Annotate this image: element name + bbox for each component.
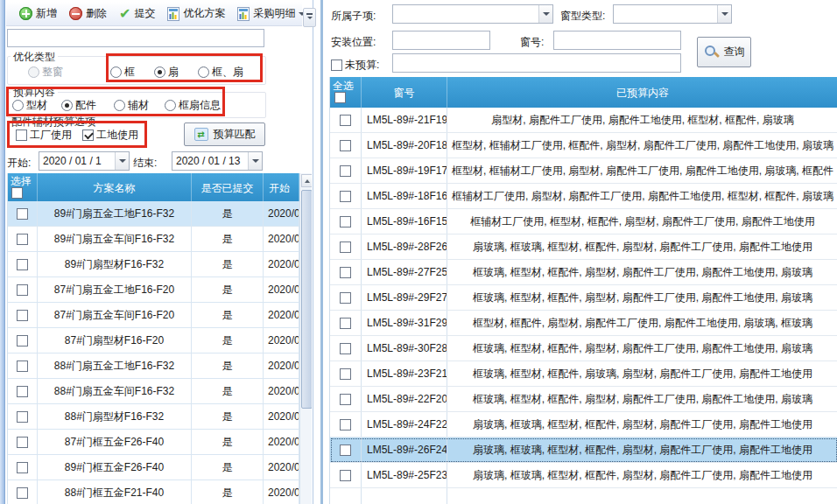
row-select-cell — [330, 285, 362, 310]
row-checkbox[interactable] — [340, 368, 351, 380]
row-checkbox[interactable] — [17, 437, 28, 448]
window-type-combobox[interactable] — [613, 4, 732, 24]
no-budget-checkbox[interactable]: 未预算: — [331, 58, 379, 73]
window-table-row[interactable]: LM5L-89#-31F29 框型材, 框配件, 扇型材, 扇配件工厂使用, 扇… — [330, 311, 837, 336]
row-checkbox[interactable] — [340, 444, 351, 456]
row-checkbox[interactable] — [340, 343, 351, 354]
window-table-row[interactable]: LM5L-89#-30F28 框玻璃, 框型材, 框配件, 扇型材, 扇配件工厂… — [330, 336, 837, 361]
window-table-row[interactable]: LM5L-89#-29F27 框玻璃, 框型材, 框配件, 扇型材, 扇配件工厂… — [330, 285, 837, 311]
optimize-plan-button[interactable]: 优化方案 — [163, 4, 229, 24]
install-position-input[interactable] — [392, 31, 490, 50]
toolbar-overflow-button[interactable] — [303, 8, 316, 27]
window-table-row[interactable]: LM5L-89#-20F18 框型材, 框辅材工厂使用, 框配件, 扇型材, 扇… — [330, 133, 837, 158]
row-checkbox[interactable] — [340, 419, 351, 430]
plan-table-row[interactable]: 89#门扇型材F16-F32 是 2020/0 — [8, 252, 299, 277]
budget-match-button[interactable]: ⇄ 预算匹配 — [184, 122, 265, 146]
window-header-budgeted-content[interactable]: 已预算内容 — [447, 77, 837, 108]
row-checkbox[interactable] — [17, 259, 28, 270]
query-button[interactable]: 查询 — [697, 37, 751, 67]
scrollbar-thumb[interactable] — [301, 190, 312, 409]
purchase-detail-button[interactable]: 采购明细 — [233, 4, 310, 24]
row-checkbox[interactable] — [17, 411, 28, 423]
plan-table-header: 选择 方案名称 是否已提交 开始 — [8, 173, 299, 201]
plan-filter-input[interactable] — [7, 29, 264, 47]
end-date-value: 2020 / 01 / 13 — [172, 155, 248, 167]
sub-item-combobox[interactable] — [392, 4, 553, 24]
budgeted-content-cell: 框玻璃, 框型材, 框配件, 扇型材, 扇配件工厂使用, 扇配件工地使用, 扇玻… — [447, 387, 837, 411]
plan-table-row[interactable]: 89#门扇五金车间F16-F32 是 2020/0 — [8, 227, 299, 252]
window-table-row[interactable]: LM5L-89#-27F25 框玻璃, 框型材, 框配件, 扇型材, 扇配件工厂… — [330, 260, 837, 285]
plan-table-row[interactable]: 87#门扇五金车间F16-F20 是 2020/0 — [8, 303, 299, 328]
plan-header-start[interactable]: 开始 — [264, 173, 299, 201]
plan-table-row[interactable]: 88#门扇型材F16-F32 是 2020/0 — [8, 404, 299, 430]
window-no-input[interactable] — [553, 31, 681, 50]
select-all-windows-checkbox[interactable] — [334, 92, 346, 103]
row-checkbox[interactable] — [340, 318, 351, 329]
row-checkbox[interactable] — [17, 310, 28, 321]
row-checkbox[interactable] — [17, 284, 28, 296]
plan-table-row[interactable]: 88#门框五金F21-F40 是 2020/0 — [8, 480, 299, 504]
window-table-row[interactable]: LM5L-89#-21F19 扇型材, 扇配件工厂使用, 扇配件工地使用, 框型… — [330, 108, 837, 133]
window-no-cell: LM5L-89#-21F19 — [362, 108, 447, 132]
row-checkbox[interactable] — [340, 394, 351, 405]
panel-splitter[interactable] — [313, 0, 313, 504]
window-table-row[interactable]: LM5L-89#-23F21 框玻璃, 框型材, 框配件, 扇玻璃, 扇型材, … — [330, 361, 837, 387]
row-checkbox[interactable] — [17, 487, 28, 499]
plan-table-row[interactable]: 88#门扇五金车间F16-F32 是 2020/0 — [8, 379, 299, 404]
end-date-picker[interactable]: 2020 / 01 / 13 — [172, 151, 263, 171]
end-date-label: 结束: — [133, 156, 157, 171]
plan-table-row[interactable]: 89#门扇五金工地F16-F32 是 2020/0 — [8, 201, 299, 227]
row-checkbox[interactable] — [17, 386, 28, 397]
plan-table-row[interactable]: 87#门扇五金工地F16-F20 是 2020/0 — [8, 277, 299, 303]
end-date-dropdown-button[interactable] — [248, 152, 262, 170]
overflow-bar-icon — [306, 13, 313, 15]
window-table-row[interactable]: LM5L-89#-19F17 框型材, 框辅材工厂使用, 扇型材, 扇配件工厂使… — [330, 158, 837, 184]
row-checkbox[interactable] — [340, 292, 351, 304]
row-checkbox[interactable] — [340, 242, 351, 253]
submit-button[interactable]: ✔ 提交 — [115, 4, 159, 24]
select-all-plans-checkbox[interactable] — [11, 187, 23, 199]
budgeted-content-cell: 扇玻璃, 框玻璃, 框型材, 框配件, 扇型材, 扇配件工厂使用, 扇配件工地使… — [447, 463, 837, 487]
window-table-row[interactable]: LM5L-89#-25F23 扇玻璃, 框玻璃, 框型材, 框配件, 扇型材, … — [330, 463, 837, 488]
row-checkbox[interactable] — [340, 267, 351, 278]
delete-button[interactable]: 删除 — [65, 4, 111, 24]
row-checkbox[interactable] — [340, 140, 351, 151]
sub-item-dropdown-button[interactable] — [538, 5, 552, 23]
row-checkbox[interactable] — [340, 165, 351, 177]
column-label: 窗号 — [362, 86, 447, 101]
window-header-window-no[interactable]: 窗号 — [362, 77, 447, 108]
plan-header-name[interactable]: 方案名称 — [38, 173, 192, 201]
window-table-row[interactable]: LM5L-89#-22F20 框玻璃, 框型材, 框配件, 扇型材, 扇配件工厂… — [330, 387, 837, 412]
plan-header-submitted[interactable]: 是否已提交 — [192, 173, 264, 201]
row-checkbox[interactable] — [17, 462, 28, 473]
window-table-row[interactable]: LM5L-89#-24F22 扇玻璃, 框玻璃, 框型材, 框配件, 扇型材, … — [330, 412, 837, 438]
plan-table-row[interactable]: 88#门扇五金工地F16-F32 是 2020/0 — [8, 354, 299, 379]
row-checkbox[interactable] — [340, 470, 351, 481]
row-checkbox[interactable] — [340, 191, 351, 202]
no-budget-input[interactable] — [392, 53, 681, 73]
window-table-row[interactable]: LM5L-89#-18F16 框辅材工厂使用, 扇型材, 扇配件工厂使用, 扇配… — [330, 184, 837, 209]
window-no-cell: LM5L-89#-20F18 — [362, 133, 447, 158]
scrollbar-up-arrow[interactable] — [301, 174, 312, 187]
row-checkbox[interactable] — [17, 208, 28, 220]
add-button[interactable]: 新增 — [15, 4, 61, 24]
plan-table-row[interactable]: 87#门扇型材F16-F20 是 2020/0 — [8, 328, 299, 354]
window-table-row[interactable]: LM5L-89#-26F24 扇玻璃, 框玻璃, 框型材, 框配件, 扇型材, … — [330, 438, 837, 463]
window-table-row[interactable]: LM5L-89#-28F26 扇玻璃, 框玻璃, 框型材, 框配件, 扇型材, … — [330, 234, 837, 260]
plan-table-row[interactable]: 89#门框五金F26-F40 是 2020/0 — [8, 455, 299, 480]
plan-table-row[interactable]: 87#门框五金F26-F40 是 2020/0 — [8, 430, 299, 455]
radio-whole-window[interactable]: 整窗 — [28, 65, 63, 80]
start-date-dropdown-button[interactable] — [115, 152, 129, 170]
row-checkbox[interactable] — [17, 360, 28, 372]
window-table-row[interactable]: LM5L-89#-16F15 框辅材工厂使用, 框型材, 框配件, 扇型材, 扇… — [330, 209, 837, 234]
window-type-dropdown-button[interactable] — [717, 5, 731, 23]
plan-table-scrollbar[interactable] — [299, 173, 312, 504]
row-checkbox[interactable] — [340, 115, 351, 126]
plan-submitted-cell: 是 — [192, 227, 264, 251]
plan-submitted-cell: 是 — [192, 404, 264, 429]
row-checkbox[interactable] — [17, 335, 28, 346]
row-checkbox[interactable] — [340, 216, 351, 228]
start-date-picker[interactable]: 2020 / 01 / 1 — [39, 151, 130, 171]
window-no-cell: LM5L-89#-30F28 — [362, 336, 447, 360]
row-checkbox[interactable] — [17, 234, 28, 245]
